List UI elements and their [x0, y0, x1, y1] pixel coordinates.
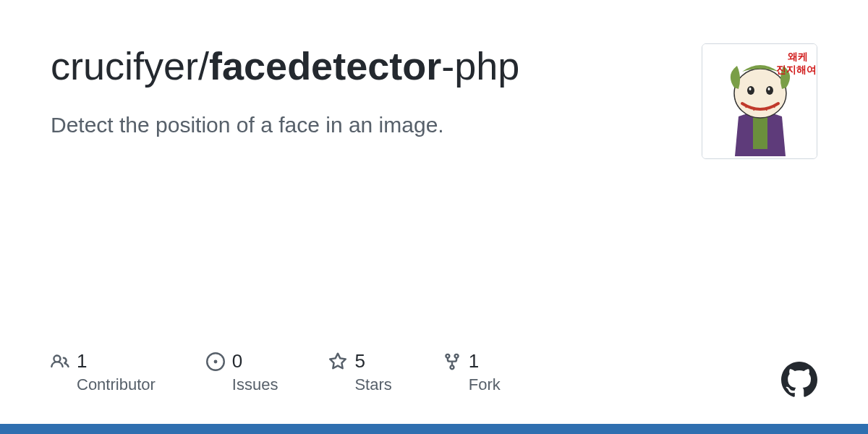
stat-stars: 5 Stars [328, 350, 391, 394]
svg-rect-1 [753, 116, 767, 149]
issue-icon [206, 352, 225, 371]
fork-icon [443, 352, 461, 371]
github-logo-icon [781, 362, 817, 398]
repo-owner: crucifyer [51, 44, 198, 88]
people-icon [51, 352, 69, 371]
contributors-label: Contributor [51, 375, 156, 394]
svg-text:진지해여?: 진지해여? [776, 64, 817, 75]
repo-title: crucifyer/facedetector-php [51, 43, 680, 88]
user-avatar: 왜케 진지해여? [702, 43, 817, 159]
svg-point-4 [766, 86, 773, 95]
star-icon [328, 352, 347, 371]
stars-label: Stars [328, 375, 391, 394]
svg-point-3 [747, 86, 754, 95]
svg-point-6 [768, 88, 770, 90]
issues-count: 0 [232, 350, 242, 373]
stats-row: 1 Contributor 0 Issues 5 Stars 1 Fork [51, 350, 817, 394]
svg-text:왜케: 왜케 [788, 51, 808, 62]
forks-label: Fork [443, 375, 501, 394]
forks-count: 1 [469, 350, 479, 373]
repo-name-suffix: -php [441, 44, 519, 88]
stars-count: 5 [354, 350, 365, 373]
stat-issues: 0 Issues [206, 350, 278, 394]
issues-label: Issues [206, 375, 278, 394]
stat-forks: 1 Fork [443, 350, 501, 394]
repo-description: Detect the position of a face in an imag… [51, 110, 680, 140]
contributors-count: 1 [77, 350, 87, 373]
repo-name-main: facedetector [209, 44, 441, 88]
repo-separator: / [198, 44, 209, 88]
svg-point-5 [749, 88, 752, 90]
accent-bar [0, 424, 868, 434]
stat-contributors: 1 Contributor [51, 350, 156, 394]
